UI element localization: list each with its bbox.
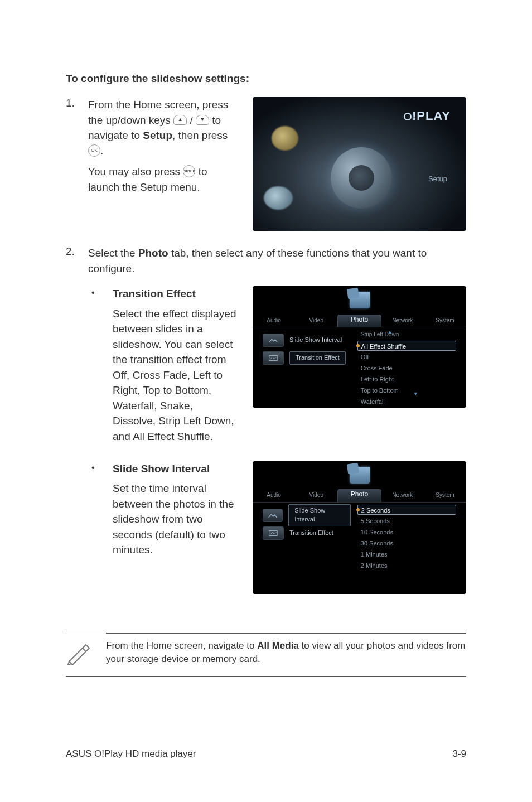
- ps-logo-icon: [350, 467, 370, 484]
- setup-key-icon: SETUP: [183, 165, 195, 177]
- bullet-dot-icon: •: [88, 286, 113, 444]
- photo-word: Photo: [138, 247, 168, 259]
- transition-body: Select the effect displayed between slid…: [113, 306, 238, 445]
- setup-word: Setup: [143, 129, 172, 141]
- thumb-icon: [263, 509, 283, 522]
- step1-text-e: .: [100, 145, 103, 157]
- tab-system: System: [424, 317, 466, 327]
- deco-blob-1: [272, 126, 298, 151]
- ok-key-icon: OK: [88, 144, 100, 157]
- step1-text-d: , then press: [172, 129, 228, 141]
- menu-item-interval-label: Slide Show Interval: [288, 504, 351, 526]
- tab-audio: Audio: [253, 317, 295, 327]
- opt-selected: 2 Seconds: [357, 505, 456, 515]
- opt: Cross Fade: [357, 363, 456, 373]
- interval-title: Slide Show Interval: [113, 461, 238, 477]
- down-key-icon: ▼: [196, 115, 209, 125]
- opt: 30 Seconds: [357, 538, 456, 548]
- step-1-body: From the Home screen, press the up/down …: [88, 97, 466, 231]
- footer: ASUS O!Play HD media player 3-9: [66, 748, 466, 760]
- note-text-a: From the Home screen, navigate to: [106, 640, 257, 651]
- tab-network: Network: [381, 317, 424, 327]
- bullet-dot-icon: •: [88, 461, 113, 594]
- ps-logo-icon: [350, 292, 370, 308]
- tab-video: Video: [295, 317, 337, 327]
- setup-label: Setup: [428, 174, 447, 185]
- heading: To configure the slideshow settings:: [66, 73, 466, 85]
- note-block: From the Home screen, navigate to All Me…: [66, 631, 466, 677]
- ps-tabs: Audio Video Photo Network System: [253, 487, 466, 503]
- menu-item-effect-label: Transition Effect: [289, 351, 346, 365]
- step-1: 1. From the Home screen, press the up/do…: [66, 97, 466, 231]
- step-1-number: 1.: [66, 97, 88, 231]
- opt: 1 Minutes: [357, 549, 456, 559]
- pen-note-icon: [66, 639, 106, 667]
- opt-selected: All Effect Shuffle: [357, 341, 456, 351]
- opt: Waterfall: [357, 397, 456, 407]
- footer-right: 3-9: [452, 748, 466, 760]
- tab-photo: Photo: [337, 315, 381, 327]
- opt: 2 Minutes: [357, 561, 456, 571]
- bullet-transition: • Transition Effect Select the effect di…: [88, 286, 466, 444]
- note-allmedia: All Media: [257, 640, 299, 651]
- step-2: 2. Select the Photo tab, then select any…: [66, 245, 466, 611]
- menu-item-interval: Slide Show Interval: [263, 508, 351, 523]
- transition-screenshot: Audio Video Photo Network System: [253, 286, 466, 408]
- selection-dot-icon: [356, 508, 360, 511]
- interval-body: Set the time interval between the photos…: [113, 481, 238, 558]
- bullet-interval: • Slide Show Interval Set the time inter…: [88, 461, 466, 594]
- gear-icon: [331, 147, 392, 209]
- opt: 5 Seconds: [357, 516, 456, 526]
- menu-item-effect-label: Transition Effect: [289, 529, 333, 538]
- opt: 10 Seconds: [357, 527, 456, 537]
- step-2-body: Select the Photo tab, then select any of…: [88, 245, 466, 611]
- arrow-down-icon: ▼: [413, 390, 418, 398]
- tab-system: System: [424, 491, 466, 502]
- opt: Top to Bottom: [357, 385, 456, 395]
- tab-photo: Photo: [337, 489, 381, 501]
- opt-head: Strip Left Down: [357, 330, 456, 340]
- step1-text-slash: /: [190, 114, 196, 126]
- footer-left: ASUS O!Play HD media player: [66, 748, 196, 760]
- setup-screenshot: O!PLAY!PLAY Setup: [253, 97, 466, 231]
- page: To configure the slideshow settings: 1. …: [0, 0, 532, 802]
- menu-item-effect: Transition Effect: [263, 351, 351, 365]
- step1-text-2a: You may also press: [88, 166, 183, 177]
- menu-item-effect: Transition Effect: [263, 526, 351, 540]
- thumb-icon: [263, 334, 284, 347]
- oplay-logo: O!PLAY!PLAY: [404, 107, 451, 125]
- tab-video: Video: [295, 491, 337, 502]
- interval-screenshot: Audio Video Photo Network System: [253, 461, 466, 594]
- arrow-up-icon: ▲: [388, 328, 393, 336]
- steps-list: 1. From the Home screen, press the up/do…: [66, 97, 466, 611]
- deco-blob-2: [264, 186, 293, 210]
- tab-audio: Audio: [253, 491, 295, 502]
- up-key-icon: ▲: [173, 115, 187, 125]
- tab-network: Network: [381, 491, 424, 502]
- ps-tabs: Audio Video Photo Network System: [253, 312, 466, 327]
- step2-text-a: Select the: [88, 247, 138, 259]
- selection-dot-icon: [356, 344, 360, 347]
- menu-item-interval-label: Slide Show Interval: [289, 336, 342, 345]
- step-2-number: 2.: [66, 245, 88, 611]
- note-text: From the Home screen, navigate to All Me…: [106, 639, 466, 667]
- transition-title: Transition Effect: [113, 286, 238, 302]
- menu-item-interval: Slide Show Interval: [263, 333, 351, 347]
- thumb-icon: [263, 526, 284, 540]
- opt: Left to Right: [357, 374, 456, 384]
- opt: Off: [357, 352, 456, 362]
- thumb-icon: [263, 351, 284, 365]
